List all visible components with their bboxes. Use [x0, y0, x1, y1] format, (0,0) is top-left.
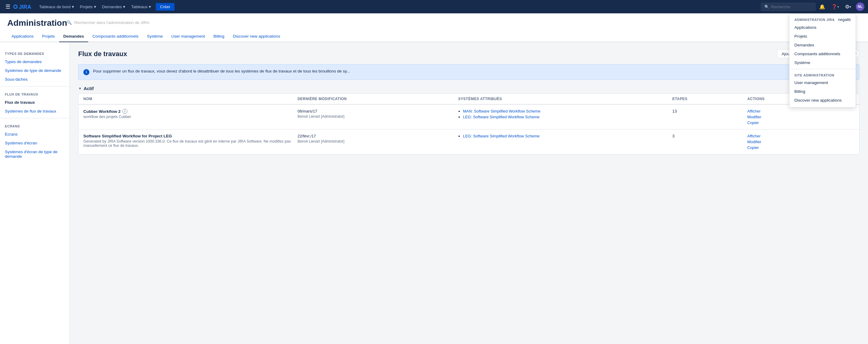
info-text: Pour supprimer un flux de travaux, vous …	[93, 69, 350, 74]
tab-projets[interactable]: Projets	[38, 32, 59, 42]
dropdown-section-title-site: SITE ADMINISTRATION	[789, 71, 856, 78]
section-toggle-icon: ▼	[78, 86, 82, 91]
row-1-systems: MAN: Software Simplified Workflow Scheme…	[458, 109, 673, 120]
row-2-date-sub: Benoit Lienart [Administrator]	[298, 139, 458, 143]
row-2-date-col: 22/févr./17 Benoit Lienart [Administrato…	[298, 134, 458, 143]
row-1-name-col: Cubber Workflow 2 i workflow des projets…	[83, 109, 298, 119]
sidebar-item-systemes-ecran-type[interactable]: Systèmes d'écran de type de demande	[0, 147, 69, 161]
help-icon[interactable]: ❓ ▾	[829, 2, 841, 11]
row-1-modifier[interactable]: Modifier	[747, 115, 855, 119]
row-1-date-col: 06/mars/17 Benoit Lienart [Administrator…	[298, 109, 458, 119]
sidebar-item-ecrans[interactable]: Ecrans	[0, 130, 69, 139]
row-2-afficher[interactable]: Afficher	[747, 134, 855, 138]
row-1-name: Cubber Workflow 2 i	[83, 109, 298, 114]
row-1-date-sub: Benoit Lienart [Administrator]	[298, 114, 458, 119]
col-modification: Dernière modification	[298, 97, 458, 101]
nav-demandes[interactable]: Demandes ▾	[100, 3, 128, 10]
row-1-desc: workflow des projets Cubber	[83, 115, 298, 119]
info-icon: i	[83, 69, 89, 75]
settings-dropdown: ADMINISTRATION JIRA negalib Applications…	[789, 13, 856, 107]
jira-logo[interactable]: JIRA	[13, 3, 33, 10]
search-icon: 🔍	[764, 4, 769, 9]
tab-composants[interactable]: Composants additionnels	[88, 32, 143, 42]
workflows-table: Nom Dernière modification Systèmes attri…	[78, 93, 860, 154]
tab-discover[interactable]: Discover new applications	[228, 32, 284, 42]
admin-tabs: Applications Projets Demandes Composants…	[7, 32, 861, 41]
settings-icon[interactable]: ⚙ ▾	[842, 2, 854, 12]
sidebar-divider-2	[0, 118, 69, 118]
row-1-afficher[interactable]: Afficher	[747, 109, 855, 113]
table-header: Nom Dernière modification Systèmes attri…	[79, 94, 859, 105]
sidebar-item-flux-de-travaux[interactable]: Flux de travaux	[0, 98, 69, 107]
row-2-copier[interactable]: Copier	[747, 145, 855, 150]
row-1-actions: Afficher Modifier Copier	[747, 109, 855, 125]
sidebar-item-types-de-demandes[interactable]: Types de demandes	[0, 57, 69, 66]
dropdown-item-billing[interactable]: Billing	[789, 87, 856, 96]
dropdown-item-composants[interactable]: Composants additionnels	[789, 50, 856, 58]
dropdown-user-label: negalib	[838, 17, 851, 22]
row-1-info-icon[interactable]: i	[122, 109, 127, 114]
info-banner: i Pour supprimer un flux de travaux, vou…	[78, 64, 860, 80]
sidebar-section-title-flux: FLUX DE TRAVAUX	[0, 89, 69, 98]
table-row: Cubber Workflow 2 i workflow des projets…	[79, 105, 859, 130]
row-1-steps: 13	[672, 109, 747, 113]
dropdown-item-demandes[interactable]: Demandes	[789, 41, 856, 50]
row-2-systems: LEG: Software Simplified Workflow Scheme	[458, 134, 673, 140]
sidebar-divider-1	[0, 86, 69, 86]
admin-search[interactable]: 🔍 Rechercher dans l'administration de JI…	[67, 20, 149, 25]
sidebar-section-title-types: TYPES DE DEMANDES	[0, 48, 69, 57]
sidebar-section-title-ecrans: ECRANS	[0, 121, 69, 130]
table-row: Software Simplified Workflow for Project…	[79, 130, 859, 154]
row-2-actions: Afficher Modifier Copier	[747, 134, 855, 150]
col-systemes: Systèmes attribués	[458, 97, 673, 101]
dropdown-item-applications[interactable]: Applications	[789, 23, 856, 32]
content-title: Flux de travaux	[78, 50, 127, 58]
tab-systeme[interactable]: Système	[143, 32, 167, 42]
global-search[interactable]: 🔍 Recherche	[761, 3, 815, 11]
dropdown-item-projets[interactable]: Projets	[789, 32, 856, 41]
tab-applications[interactable]: Applications	[7, 32, 38, 42]
tab-demandes[interactable]: Demandes	[59, 32, 88, 42]
user-avatar[interactable]: NL	[856, 2, 864, 11]
sidebar-item-systemes-type-demande[interactable]: Systèmes de type de demande	[0, 66, 69, 75]
row-1-date: 06/mars/17	[298, 109, 458, 113]
dropdown-item-user-management[interactable]: User management	[789, 78, 856, 87]
nav-tableaux[interactable]: Tableaux ▾	[129, 3, 153, 10]
row-1-copier[interactable]: Copier	[747, 120, 855, 125]
svg-text:JIRA: JIRA	[19, 4, 31, 10]
tab-billing[interactable]: Billing	[209, 32, 228, 42]
row-2-name-col: Software Simplified Workflow for Project…	[83, 134, 298, 148]
nav-tableaux-de-bord[interactable]: Tableaux de bord ▾	[37, 3, 76, 10]
dropdown-item-systeme[interactable]: Système	[789, 58, 856, 67]
top-navigation: ☰ JIRA Tableaux de bord ▾ Projets ▾ Dema…	[0, 0, 868, 13]
tab-user-management[interactable]: User management	[167, 32, 209, 42]
create-button[interactable]: Créer	[156, 3, 175, 10]
dropdown-section-title-admin: ADMINISTRATION JIRA	[794, 18, 835, 22]
row-2-modifier[interactable]: Modifier	[747, 140, 855, 144]
content-header: Flux de travaux Ajouter un flux de trava…	[78, 50, 860, 58]
sidebar-item-systemes-ecran[interactable]: Systèmes d'écran	[0, 139, 69, 147]
main-layout: TYPES DE DEMANDES Types de demandes Syst…	[0, 42, 868, 344]
dropdown-item-discover[interactable]: Discover new applications	[789, 96, 856, 105]
section-actif-header[interactable]: ▼ Actif	[78, 86, 860, 91]
sidebar-item-sous-taches[interactable]: Sous-tâches	[0, 75, 69, 84]
row-2-desc: Generated by JIRA Software version 1000.…	[83, 139, 298, 148]
notifications-icon[interactable]: 🔔	[817, 2, 828, 11]
nav-projets[interactable]: Projets ▾	[78, 3, 98, 10]
search-icon: 🔍	[67, 20, 72, 25]
row-2-system-1[interactable]: LEG: Software Simplified Workflow Scheme	[463, 134, 540, 138]
row-2-date: 22/févr./17	[298, 134, 458, 138]
sidebar: TYPES DE DEMANDES Types de demandes Syst…	[0, 42, 70, 344]
row-1-system-1[interactable]: MAN: Software Simplified Workflow Scheme	[463, 109, 541, 113]
sidebar-item-systemes-flux[interactable]: Systèmes de flux de travaux	[0, 107, 69, 116]
hamburger-menu[interactable]: ☰	[4, 1, 12, 12]
dropdown-divider	[789, 69, 856, 69]
main-content: Flux de travaux Ajouter un flux de trava…	[70, 42, 868, 344]
svg-point-2	[14, 5, 17, 8]
section-actif-label: Actif	[84, 86, 94, 91]
col-nom: Nom	[83, 97, 298, 101]
row-2-steps: 3	[672, 134, 747, 138]
row-1-system-2[interactable]: LEG: Software Simplified Workflow Scheme	[463, 115, 540, 119]
row-2-name: Software Simplified Workflow for Project…	[83, 134, 298, 138]
col-etapes: Etapes	[672, 97, 747, 101]
